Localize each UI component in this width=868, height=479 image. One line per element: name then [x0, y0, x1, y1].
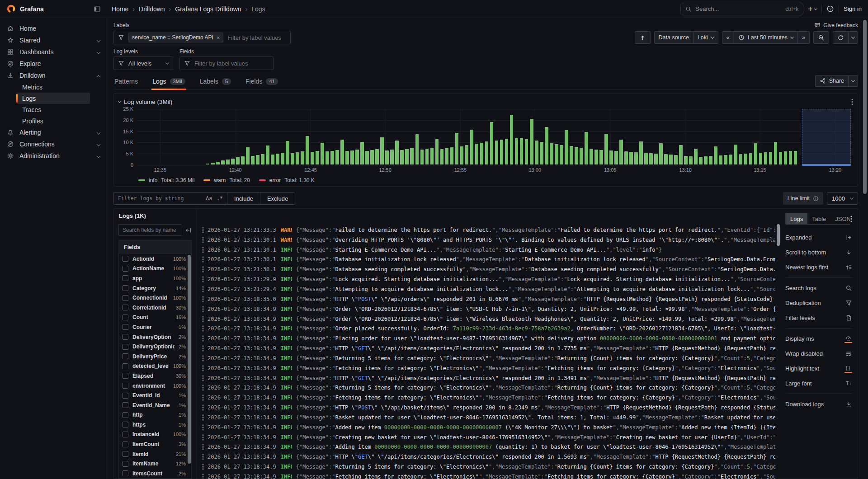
log-row[interactable]: 2026-01-27 13:18:34.9INFO{"Message":"Ret…	[201, 462, 775, 472]
field-row-elapsed[interactable]: Elapsed30%	[119, 371, 191, 381]
chart-plot[interactable]	[137, 109, 853, 165]
info-circle-icon[interactable]	[813, 196, 819, 202]
log-row-menu-icon[interactable]	[202, 237, 204, 243]
sidebar-item-traces[interactable]: Traces	[16, 104, 90, 115]
log-row[interactable]: 2026-01-27 13:21:33.3WARN{"Message":"Fai…	[201, 225, 775, 235]
log-row-menu-icon[interactable]	[202, 375, 204, 381]
log-row[interactable]: 2026-01-27 13:18:34.9INFO{"Message":"Ret…	[201, 383, 775, 393]
zoom-out-button[interactable]	[813, 31, 829, 44]
field-row-http[interactable]: http1%	[119, 410, 191, 420]
time-selection-region[interactable]	[802, 109, 851, 165]
sidebar-item-alerting[interactable]: Alerting	[0, 127, 107, 138]
labels-filter-box[interactable]: service_name = SerilogDemo API × Filter …	[113, 31, 291, 44]
time-range-button[interactable]: Last 50 minutes	[734, 32, 797, 43]
field-checkbox[interactable]	[123, 266, 128, 272]
field-checkbox[interactable]	[123, 353, 128, 359]
help-icon[interactable]: ?	[826, 5, 834, 13]
log-row-menu-icon[interactable]	[202, 464, 204, 470]
sidebar-item-home[interactable]: Home	[0, 23, 107, 34]
view-tab-table[interactable]: Table	[807, 213, 830, 224]
field-row-deliveryoption[interactable]: DeliveryOption2%	[119, 332, 191, 342]
log-row-menu-icon[interactable]	[202, 286, 204, 292]
sidebar-item-profiles[interactable]: Profiles	[16, 115, 90, 127]
log-row[interactable]: 2026-01-27 13:18:34.9INFO{"Message":"HTT…	[201, 452, 775, 462]
field-row-instanceid[interactable]: InstanceId100%	[119, 430, 191, 440]
log-row[interactable]: 2026-01-27 13:18:34.9INFO{"Message":"Bas…	[201, 413, 775, 423]
breadcrumb-item-grafana-logs-drilldown[interactable]: Grafana Logs Drilldown	[175, 5, 241, 13]
log-row[interactable]: 2026-01-27 13:18:34.9INFO{"Message":"Fet…	[201, 363, 775, 373]
field-checkbox[interactable]	[123, 315, 128, 320]
view-tab-json[interactable]: JSON	[830, 213, 850, 224]
log-row-menu-icon[interactable]	[202, 256, 204, 263]
log-row-menu-icon[interactable]	[202, 247, 204, 253]
field-checkbox[interactable]	[123, 363, 128, 369]
field-row-itemname[interactable]: ItemName12%	[119, 459, 191, 469]
field-checkbox[interactable]	[123, 422, 128, 427]
log-row-menu-icon[interactable]	[202, 345, 204, 352]
field-row-https[interactable]: https1%	[119, 420, 191, 430]
log-string-filter-input[interactable]: Filter logs by string Aa .*	[113, 192, 227, 205]
log-row[interactable]: 2026-01-27 13:18:34.9INFO{"Message":"Pla…	[201, 333, 775, 343]
refresh-icon[interactable]	[833, 32, 848, 43]
fields-scrollbar[interactable]	[188, 255, 191, 477]
log-row[interactable]: 2026-01-27 13:18:34.9INFO{"Message":"Ord…	[201, 314, 775, 324]
data-source-value[interactable]: Loki	[693, 32, 718, 43]
field-row-eventid-name[interactable]: EventId_Name1%	[119, 400, 191, 410]
log-row[interactable]: 2026-01-27 13:21:30.1INFO{"Message":"Dat…	[201, 255, 775, 265]
sidebar-item-starred[interactable]: Starred	[0, 34, 107, 46]
sidebar-item-administration[interactable]: Administration	[0, 150, 107, 162]
field-checkbox[interactable]	[123, 441, 128, 447]
legend-item-error[interactable]: errorTotal: 1.30 K	[259, 177, 315, 183]
search-input[interactable]: Search... ctrl+k	[680, 3, 803, 15]
log-row[interactable]: 2026-01-27 13:21:30.1WARN{"Message":"Ove…	[201, 235, 775, 245]
option-download-logs[interactable]: Download logs	[785, 397, 852, 412]
tab-patterns[interactable]: Patterns	[113, 78, 139, 89]
field-checkbox[interactable]	[123, 256, 128, 262]
log-row-menu-icon[interactable]	[202, 266, 204, 272]
collapse-fields-icon[interactable]	[185, 227, 192, 234]
log-row-menu-icon[interactable]	[202, 365, 204, 371]
log-row[interactable]: 2026-01-27 13:18:34.9INFO{"Message":"HTT…	[201, 373, 775, 383]
field-checkbox[interactable]	[123, 285, 128, 291]
field-checkbox[interactable]	[123, 324, 128, 330]
log-row-menu-icon[interactable]	[202, 325, 204, 332]
fields-filter-box[interactable]: Filter by label values	[179, 56, 274, 70]
exclude-button[interactable]: Exclude	[260, 193, 295, 204]
field-row-count[interactable]: Count16%	[119, 313, 191, 323]
sidebar-item-explore[interactable]: Explore	[0, 58, 107, 70]
field-row-category[interactable]: Category14%	[119, 283, 191, 293]
option-scroll-to-bottom[interactable]: Scroll to bottom	[785, 245, 852, 260]
option-display-ms[interactable]: Display msms	[785, 331, 852, 346]
legend-item-info[interactable]: infoTotal: 3.36 Mil	[138, 177, 194, 183]
field-row-itemscount[interactable]: ItemsCount2%	[119, 469, 191, 479]
option-filter-levels[interactable]: Filter levelsLOG	[785, 310, 852, 325]
field-checkbox[interactable]	[123, 432, 128, 437]
tab-fields[interactable]: Fields41	[245, 78, 279, 89]
field-row-correlationid[interactable]: CorrelationId30%	[119, 303, 191, 313]
data-source-picker[interactable]: Data source Loki	[654, 31, 718, 44]
log-row-menu-icon[interactable]	[202, 404, 204, 411]
option-deduplication[interactable]: Deduplication	[785, 296, 852, 310]
sidebar-item-drilldown[interactable]: Drilldown	[0, 70, 107, 81]
include-button[interactable]: Include	[227, 193, 260, 204]
log-row-menu-icon[interactable]	[202, 276, 204, 282]
log-row[interactable]: 2026-01-27 13:21:29.9INFO{"Message":"Loc…	[201, 274, 775, 284]
log-row-menu-icon[interactable]	[202, 414, 204, 421]
log-row-menu-icon[interactable]	[202, 385, 204, 391]
log-row-menu-icon[interactable]	[202, 454, 204, 460]
option-newest-logs-first[interactable]: Newest logs first	[785, 260, 852, 275]
field-checkbox[interactable]	[123, 383, 128, 389]
field-row-eventid-id[interactable]: EventId_Id1%	[119, 390, 191, 400]
log-row-menu-icon[interactable]	[202, 394, 204, 401]
log-row-menu-icon[interactable]	[202, 434, 204, 441]
label-filter-chip[interactable]: service_name = SerilogDemo API ×	[128, 33, 223, 42]
logs-scrollbar[interactable]	[776, 212, 780, 475]
field-checkbox[interactable]	[123, 295, 128, 301]
page-scrollbar[interactable]	[863, 20, 867, 477]
field-checkbox[interactable]	[123, 373, 128, 379]
option-large-font[interactable]: Large fontTT	[785, 376, 852, 391]
field-checkbox[interactable]	[123, 402, 128, 408]
log-row[interactable]: 2026-01-27 13:18:34.9INFO{"Message":"Ret…	[201, 353, 775, 363]
grafana-logo-icon[interactable]	[6, 4, 16, 14]
log-row[interactable]: 2026-01-27 13:21:30.1INFO{"Message":"Sta…	[201, 245, 775, 255]
